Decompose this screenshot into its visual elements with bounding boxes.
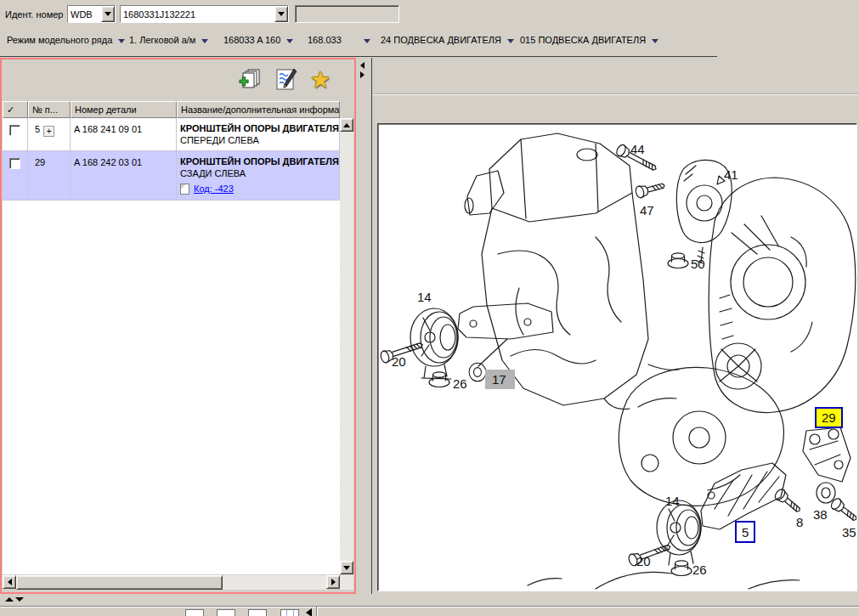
part-subtitle: СЗАДИ СЛЕВА — [180, 167, 336, 179]
engine-mount-14b-art — [657, 500, 701, 565]
table-icon[interactable] — [280, 609, 299, 616]
scroll-right-button[interactable] — [326, 575, 340, 589]
favorite-star-icon[interactable]: ★ — [307, 66, 334, 93]
horizontal-scroll-thumb[interactable] — [16, 575, 223, 590]
engine-block-art — [458, 133, 648, 405]
edit-list-icon[interactable] — [273, 66, 300, 93]
differential-art — [528, 365, 800, 589]
splitter-updown-control[interactable] — [5, 597, 24, 602]
table-row[interactable]: 5+ A 168 241 09 01 КРОНШТЕЙН ОПОРЫ ДВИГА… — [3, 118, 340, 151]
callout-8[interactable]: 8 — [796, 515, 803, 529]
menu-model[interactable]: 168033 A 160 — [223, 35, 293, 45]
collapse-down-icon — [15, 597, 24, 602]
menu-model-range-mode[interactable]: Режим модельного ряда — [7, 35, 125, 45]
part-number: A 168 241 09 01 — [71, 118, 177, 150]
callout-38[interactable]: 38 — [813, 507, 828, 522]
header-name-info: Название/дополнительная информаци — [177, 101, 340, 118]
chevron-down-icon — [201, 39, 208, 43]
document-icon[interactable] — [248, 609, 267, 616]
diagram-callouts: 44 47 41 50 14 20 26 17 29 14 20 26 5 — [392, 142, 856, 577]
ident-number-label: Идент. номер — [5, 9, 63, 20]
secondary-ident-field[interactable] — [295, 5, 399, 23]
collapse-right-icon — [360, 71, 365, 78]
horizontal-splitter[interactable] — [0, 594, 859, 606]
navigation-menu-bar: Режим модельного ряда 1. Легковой а/м 16… — [0, 29, 859, 54]
collapse-up-icon — [5, 597, 14, 602]
vin-dropdown-button[interactable] — [274, 6, 288, 22]
wmi-input[interactable] — [68, 6, 101, 22]
collapse-left-icon — [360, 62, 365, 69]
wmi-combobox[interactable] — [67, 5, 116, 23]
chevron-down-icon — [286, 39, 293, 43]
menu-vehicle-class[interactable]: 1. Легковой а/м — [129, 35, 208, 45]
header-check-column: ✓ — [3, 101, 28, 118]
part-name: КРОНШТЕЙН ОПОРЫ ДВИГАТЕЛЯ — [180, 122, 336, 134]
code-link[interactable]: Код: -423 — [194, 183, 234, 195]
chevron-down-icon — [507, 39, 514, 43]
part-subtitle: СПЕРЕДИ СЛЕВА — [180, 134, 336, 146]
add-copy-icon[interactable] — [237, 66, 264, 93]
exploded-diagram-view: 44 47 41 50 14 20 26 17 29 14 20 26 5 — [377, 123, 857, 591]
parts-list-panel: ★ ✓ № п... Номер детали Название/дополни… — [0, 58, 356, 594]
callout-29-selected[interactable]: 29 — [822, 410, 836, 425]
arrow-right-icon — [331, 579, 336, 585]
table-row-selected[interactable]: 29 A 168 242 03 01 КРОНШТЕЙН ОПОРЫ ДВИГА… — [3, 151, 340, 201]
chevron-down-icon — [105, 12, 111, 16]
callout-14b[interactable]: 14 — [665, 494, 680, 508]
horizontal-scroll-track[interactable] — [223, 575, 326, 590]
panel-splitter[interactable] — [356, 58, 371, 594]
row-checkbox[interactable] — [9, 158, 20, 169]
callout-14[interactable]: 14 — [417, 290, 432, 304]
header-item-number: № п... — [28, 101, 71, 118]
document-icon[interactable] — [185, 609, 204, 616]
menu-main-group[interactable]: 24 ПОДВЕСКА ДВИГАТЕЛЯ — [381, 35, 514, 45]
callout-20[interactable]: 20 — [392, 354, 406, 369]
callout-26b[interactable]: 26 — [692, 562, 707, 577]
diagram-panel: 44 47 41 50 14 20 26 17 29 14 20 26 5 — [371, 58, 859, 594]
callout-44[interactable]: 44 — [630, 142, 645, 156]
parts-toolbar: ★ — [2, 63, 339, 99]
menu-model-code[interactable]: 168.033 — [308, 35, 370, 45]
scrollbar-corner — [340, 575, 353, 590]
header-part-number: Номер детали — [71, 101, 177, 118]
scroll-up-button[interactable] — [340, 118, 353, 132]
item-number: 29 — [28, 151, 71, 200]
callout-20b[interactable]: 20 — [636, 554, 651, 568]
item-number: 5 — [35, 124, 40, 134]
parts-table-header: ✓ № п... Номер детали Название/дополните… — [3, 101, 340, 118]
collapse-left-icon[interactable] — [306, 608, 312, 616]
scroll-down-button[interactable] — [340, 561, 353, 574]
menu-sub-group[interactable]: 015 ПОДВЕСКА ДВИГАТЕЛЯ — [520, 35, 658, 45]
vertical-scroll-track[interactable] — [340, 132, 353, 561]
document-icon — [180, 184, 189, 195]
scroll-left-button[interactable] — [3, 575, 16, 589]
vin-input[interactable] — [121, 6, 274, 22]
engine-mount-diagram: 44 47 41 50 14 20 26 17 29 14 20 26 5 — [378, 124, 856, 591]
transmission-art — [709, 178, 856, 413]
callout-26[interactable]: 26 — [453, 376, 467, 391]
callout-5-selected[interactable]: 5 — [742, 525, 749, 540]
chevron-down-icon — [364, 39, 370, 43]
document-icon[interactable] — [217, 609, 235, 616]
callout-50[interactable]: 50 — [691, 257, 705, 271]
callout-47[interactable]: 47 — [640, 203, 654, 218]
part-name: КРОНШТЕЙН ОПОРЫ ДВИГАТЕЛЯ — [180, 155, 336, 167]
vertical-scrollbar[interactable] — [340, 118, 353, 574]
part-number: A 168 242 03 01 — [71, 151, 177, 200]
horizontal-scrollbar[interactable] — [3, 575, 340, 590]
row-checkbox[interactable] — [9, 125, 20, 136]
callout-35[interactable]: 35 — [842, 525, 856, 540]
expand-button[interactable]: + — [43, 126, 54, 137]
callout-17[interactable]: 17 — [492, 372, 506, 387]
wmi-dropdown-button[interactable] — [101, 6, 115, 22]
epc-window: Идент. номер Режим модельного ряда 1. Ле… — [0, 0, 859, 616]
splitter-collapse-control[interactable] — [360, 62, 365, 78]
chevron-down-icon — [652, 39, 658, 43]
callout-41[interactable]: 41 — [724, 167, 738, 182]
vin-combobox[interactable] — [120, 5, 289, 23]
ident-bar: Идент. номер — [0, 0, 859, 29]
arrow-up-icon — [343, 123, 350, 127]
menu-bar-divider — [0, 56, 717, 57]
arrow-left-icon — [8, 579, 12, 585]
rear-bracket-art — [803, 427, 851, 482]
